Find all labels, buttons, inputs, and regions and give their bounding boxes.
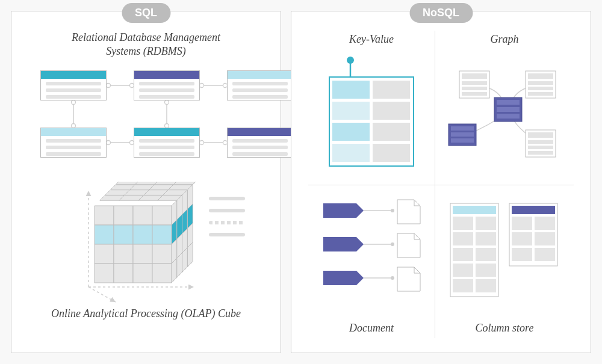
olap-legend-2 [209, 209, 245, 212]
svg-rect-95 [497, 100, 520, 105]
document-diagram [314, 199, 429, 307]
svg-rect-73 [373, 81, 410, 99]
rdbms-table-6 [227, 128, 293, 158]
svg-point-110 [391, 242, 394, 246]
svg-rect-117 [453, 232, 473, 245]
svg-rect-126 [512, 206, 555, 214]
svg-rect-104 [528, 140, 553, 144]
svg-marker-55 [133, 206, 152, 225]
svg-rect-103 [528, 132, 553, 138]
svg-rect-106 [528, 151, 553, 155]
svg-rect-77 [373, 123, 410, 141]
svg-rect-121 [453, 264, 473, 277]
svg-rect-79 [373, 144, 410, 162]
rdbms-table-5 [134, 128, 200, 158]
svg-rect-132 [535, 248, 555, 261]
svg-marker-56 [152, 206, 172, 225]
svg-rect-120 [476, 248, 496, 261]
sql-badge: SQL [122, 3, 170, 23]
svg-point-7 [107, 140, 111, 144]
graph-title: Graph [441, 33, 568, 46]
svg-rect-90 [528, 73, 553, 79]
svg-rect-91 [528, 81, 553, 85]
svg-rect-130 [535, 232, 555, 245]
svg-rect-72 [332, 81, 370, 99]
svg-rect-105 [528, 146, 553, 149]
svg-rect-87 [462, 87, 487, 90]
document-cell: Document [308, 185, 435, 339]
svg-rect-92 [528, 87, 553, 90]
svg-rect-115 [453, 217, 473, 230]
svg-rect-122 [476, 264, 496, 277]
svg-marker-60 [152, 225, 172, 244]
rdbms-title: Relational Database Management Systems (… [28, 31, 264, 59]
svg-marker-64 [152, 244, 172, 264]
rdbms-table-1 [40, 70, 107, 100]
kv-cell: Key-Value [308, 31, 435, 185]
svg-rect-75 [373, 102, 410, 120]
svg-marker-65 [95, 264, 114, 283]
olap-cube-svg [76, 182, 245, 308]
olap-title: Online Analytical Processing (OLAP) Cube [28, 307, 264, 321]
svg-rect-74 [332, 102, 370, 120]
column-cell: Column store [435, 185, 574, 339]
kv-diagram [320, 53, 423, 167]
svg-rect-88 [462, 92, 487, 96]
rdbms-table-3 [227, 70, 293, 100]
svg-marker-53 [95, 206, 114, 225]
svg-rect-96 [497, 107, 520, 112]
column-title: Column store [435, 322, 574, 335]
svg-rect-131 [512, 248, 532, 261]
svg-point-70 [347, 57, 354, 64]
svg-rect-78 [332, 144, 370, 162]
olap-legend-4 [209, 233, 245, 236]
sql-panel: SQL Relational Database Management Syste… [11, 11, 281, 353]
svg-marker-57 [95, 225, 114, 244]
svg-rect-128 [535, 217, 555, 230]
svg-rect-86 [462, 81, 487, 85]
svg-rect-114 [453, 206, 496, 214]
svg-marker-36 [173, 182, 198, 185]
svg-line-20 [88, 287, 116, 302]
document-title: Document [308, 322, 435, 335]
svg-marker-59 [133, 225, 152, 244]
nosql-badge: NoSQL [409, 3, 473, 23]
svg-rect-85 [462, 73, 487, 79]
svg-rect-129 [512, 232, 532, 245]
svg-rect-97 [497, 114, 520, 119]
kv-title: Key-Value [314, 33, 429, 46]
svg-rect-119 [453, 248, 473, 261]
svg-marker-58 [114, 225, 133, 244]
svg-point-108 [391, 209, 394, 212]
svg-rect-123 [453, 279, 473, 292]
svg-point-16 [165, 100, 169, 104]
svg-rect-101 [451, 138, 474, 143]
svg-marker-67 [133, 264, 152, 283]
svg-marker-66 [114, 264, 133, 283]
svg-point-112 [391, 276, 394, 280]
nosql-panel: NoSQL Key-Value [291, 11, 591, 353]
rdbms-table-2 [134, 70, 200, 100]
rdbms-diagram [28, 67, 264, 182]
svg-point-1 [107, 83, 111, 87]
svg-rect-118 [476, 232, 496, 245]
column-diagram [444, 199, 565, 307]
olap-legend-3 [209, 221, 245, 224]
svg-rect-76 [332, 123, 370, 141]
olap-diagram: Online Analytical Processing (OLAP) Cube [28, 188, 264, 326]
svg-point-13 [72, 100, 76, 104]
rdbms-table-4 [40, 128, 107, 158]
svg-rect-99 [451, 126, 474, 131]
graph-cell: Graph [435, 31, 574, 185]
svg-marker-62 [114, 244, 133, 264]
svg-marker-54 [114, 206, 133, 225]
svg-rect-116 [476, 217, 496, 230]
olap-legend-1 [209, 197, 245, 200]
svg-marker-63 [133, 244, 152, 264]
svg-marker-61 [95, 244, 114, 264]
svg-point-4 [200, 83, 204, 87]
svg-rect-100 [451, 132, 474, 137]
svg-rect-124 [476, 279, 496, 292]
svg-rect-93 [528, 92, 553, 96]
svg-rect-127 [512, 217, 532, 230]
